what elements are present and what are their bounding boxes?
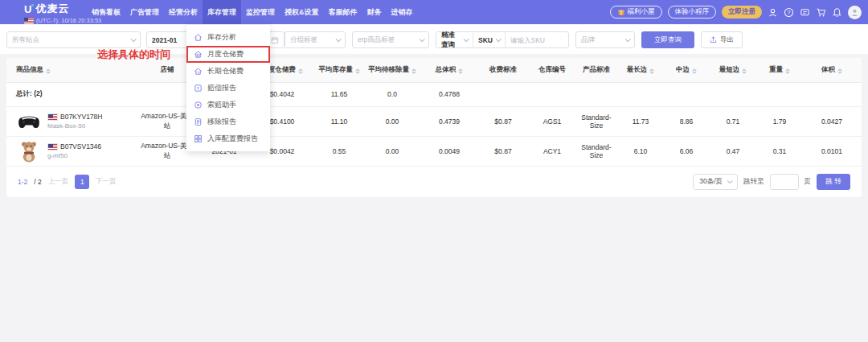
teddy-bear-icon: [18, 140, 39, 163]
col-weight[interactable]: 重量: [757, 58, 802, 82]
menu-item-compensation-report[interactable]: 赔偿报告: [186, 80, 270, 97]
logo-text: 优麦云: [35, 2, 69, 16]
col-volume[interactable]: 体积: [802, 58, 862, 82]
nav-purchase-sale-stock[interactable]: 进销存: [387, 0, 418, 24]
sort-icon[interactable]: [458, 68, 463, 74]
chevron-down-icon: [420, 36, 425, 42]
field-select-value: SKU: [478, 36, 493, 44]
nav-business-analysis[interactable]: 经营分析: [164, 0, 203, 24]
erp-tag-select[interactable]: erp商品标签: [352, 31, 429, 48]
bell-icon[interactable]: [832, 7, 842, 18]
summary-avg-removal: 0.0: [363, 82, 421, 106]
brand-select[interactable]: 品牌: [575, 31, 635, 48]
customer-service-icon[interactable]: [768, 7, 778, 18]
menu-item-longterm-storage-fee[interactable]: 长期仓储费: [186, 63, 270, 80]
summary-avg-inventory: 11.65: [315, 82, 363, 106]
nav-monitor-management[interactable]: 监控管理: [241, 0, 280, 24]
product-asin[interactable]: B07VSV1346: [60, 142, 101, 150]
monthly-storage-fee-icon: [194, 50, 203, 59]
chevron-down-icon: [496, 36, 502, 42]
sort-icon[interactable]: [298, 68, 303, 74]
pagination-bar: 1-2 / 2 上一页 1 下一页 30条/页 跳转至 页 跳 转: [6, 167, 862, 197]
prev-page-button[interactable]: 上一页: [48, 177, 69, 187]
summary-row: 总计: (2) $0.4042 11.65 0.0 0.4788: [6, 82, 862, 106]
sort-icon[interactable]: [355, 68, 360, 74]
chevron-down-icon: [625, 36, 631, 42]
sort-icon[interactable]: [742, 68, 747, 74]
group-tag-select[interactable]: 分组标签: [285, 31, 346, 48]
col-avg-removal[interactable]: 平均待移除量: [363, 58, 421, 82]
compensation-report-icon: [194, 84, 203, 93]
nav-inventory-management[interactable]: 库存管理: [203, 0, 241, 24]
register-button[interactable]: 立即注册: [722, 6, 762, 19]
cell-weight: 0.31: [757, 136, 802, 166]
sort-icon[interactable]: [837, 68, 842, 74]
nav-sales-board[interactable]: 销售看板: [87, 0, 125, 24]
next-page-button[interactable]: 下一页: [96, 177, 117, 187]
col-shortest-side[interactable]: 最短边: [709, 58, 757, 82]
jump-button[interactable]: 跳 转: [817, 174, 850, 190]
col-total-volume[interactable]: 总体积: [421, 58, 477, 82]
cell-shortest: 0.71: [709, 106, 757, 136]
cell-avg-removal: 0.00: [363, 106, 421, 136]
match-mode-select[interactable]: 精准查询: [436, 32, 473, 47]
cart-icon[interactable]: [816, 7, 826, 18]
topbar-right-controls: 福利小屋 体验小程序 立即注册 ?: [610, 0, 862, 24]
site-select[interactable]: 所有站点: [6, 31, 141, 48]
menu-item-monthly-storage-fee[interactable]: 月度仓储费: [186, 46, 270, 63]
nav-ad-management[interactable]: 广告管理: [125, 0, 164, 24]
menu-item-inventory-analysis[interactable]: 库存分析: [186, 29, 270, 46]
cell-longest: 11.73: [617, 106, 664, 136]
welfare-house-button[interactable]: 福利小屋: [610, 6, 662, 19]
chevron-down-icon: [464, 36, 469, 42]
query-button[interactable]: 立即查询: [641, 31, 694, 48]
summary-label: 总计: (2): [6, 82, 135, 106]
product-asin[interactable]: B07KYV178H: [60, 113, 102, 121]
menu-item-inbound-placement-fee-report[interactable]: 入库配置费报告: [186, 130, 270, 147]
menu-item-removal-report[interactable]: 移除报告: [186, 113, 270, 130]
cell-avg-removal: 0.00: [363, 136, 421, 166]
product-image-game-controller[interactable]: [16, 109, 42, 134]
table-row: B07KYV178H Mask-Box-50 Amazon-US-美国站 202…: [6, 106, 862, 136]
nav-customer-email[interactable]: 客服邮件: [324, 0, 362, 24]
cell-volume: 0.0101: [802, 136, 862, 166]
inventory-analysis-icon: [194, 33, 203, 42]
product-sku: g-mf50: [47, 152, 101, 159]
user-avatar[interactable]: [848, 6, 862, 19]
menu-item-label: 月度仓储费: [207, 49, 244, 60]
col-middle-side[interactable]: 中边: [664, 58, 709, 82]
summary-total-volume: 0.4788: [421, 82, 477, 106]
cell-total-volume: 0.4739: [421, 106, 477, 136]
product-image-teddy-bear[interactable]: [16, 138, 42, 164]
table-row: B07VSV1346 g-mf50 Amazon-US-美国站 2021-01 …: [6, 136, 862, 166]
cell-warehouse: AGS1: [529, 106, 575, 136]
sort-icon[interactable]: [46, 68, 51, 74]
sku-input[interactable]: [506, 36, 568, 44]
nav-finance[interactable]: 财务: [362, 0, 387, 24]
jump-page-input[interactable]: [770, 174, 799, 190]
cell-product-standard: Standard-Size: [575, 106, 617, 136]
field-select[interactable]: SKU: [473, 32, 506, 47]
col-longest-side[interactable]: 最长边: [617, 58, 664, 82]
sort-icon[interactable]: [649, 68, 654, 74]
sort-icon[interactable]: [692, 68, 697, 74]
nav-auth-settings[interactable]: 授权&设置: [280, 0, 324, 24]
page-1-button[interactable]: 1: [75, 175, 89, 189]
brand-placeholder: 品牌: [581, 35, 595, 45]
menu-item-label: 长期仓储费: [207, 66, 244, 76]
top-navigation-bar: U 优麦云 (UTC-7): 10/16 20:33:53 销售看板 广告管理 …: [0, 0, 868, 24]
sort-icon[interactable]: [785, 68, 790, 74]
page-size-select[interactable]: 30条/页: [693, 174, 738, 190]
help-icon[interactable]: ?: [784, 7, 794, 18]
cell-weight: 1.79: [757, 106, 802, 136]
col-avg-inventory[interactable]: 平均库存量: [315, 58, 363, 82]
menu-item-claim-assistant[interactable]: 索赔助手: [186, 97, 270, 113]
us-flag-icon: [47, 113, 58, 121]
cell-shortest: 0.47: [709, 136, 757, 166]
sort-icon[interactable]: [411, 68, 416, 74]
export-button[interactable]: 导出: [701, 31, 743, 48]
mini-program-button[interactable]: 体验小程序: [668, 6, 717, 19]
col-warehouse: 仓库编号: [529, 58, 575, 82]
feedback-icon[interactable]: [800, 7, 810, 18]
query-button-label: 立即查询: [654, 35, 682, 45]
